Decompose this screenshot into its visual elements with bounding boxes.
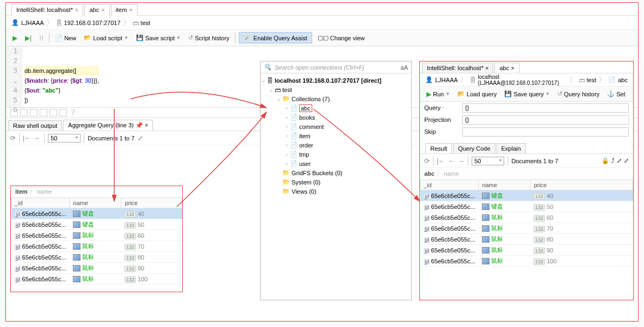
help-icon[interactable]: ❔ bbox=[69, 109, 77, 116]
close-icon[interactable]: × bbox=[145, 122, 148, 128]
tree-db[interactable]: test bbox=[282, 87, 292, 93]
tree-item-abc[interactable]: abc bbox=[299, 104, 312, 112]
twisty-icon[interactable]: › bbox=[283, 143, 290, 148]
bc-user[interactable]: LJHAAA bbox=[21, 20, 44, 26]
refresh-icon[interactable]: ⟳ bbox=[10, 134, 16, 142]
export-icon[interactable]: ⤴ bbox=[611, 157, 615, 164]
enable-query-assist-button[interactable]: 🪄Enable Query Assist bbox=[239, 32, 312, 44]
lock-icon[interactable]: 🔒 bbox=[602, 157, 609, 164]
bc-coll[interactable]: abc bbox=[618, 77, 628, 83]
tab-item[interactable]: item× bbox=[111, 4, 138, 16]
tree-item[interactable]: books bbox=[299, 114, 315, 121]
first-icon[interactable]: |← bbox=[23, 134, 31, 142]
tree-system[interactable]: System (0) bbox=[292, 179, 320, 186]
col-price[interactable]: price bbox=[530, 180, 633, 190]
twisty-icon[interactable]: › bbox=[283, 124, 290, 129]
set-button[interactable]: ⚓Set bbox=[605, 89, 628, 99]
projection-input[interactable]: {} bbox=[462, 115, 629, 125]
query-history-button[interactable]: ↺Query history bbox=[555, 89, 602, 99]
prev-icon[interactable]: ← bbox=[448, 157, 455, 165]
twisty-icon[interactable]: ⌄ bbox=[268, 87, 275, 92]
tree-collections[interactable]: Collections (7) bbox=[292, 96, 330, 102]
bc-user[interactable]: LJHAAA bbox=[435, 77, 458, 83]
close-icon[interactable]: × bbox=[129, 7, 132, 13]
twisty-icon[interactable]: ⌄ bbox=[276, 96, 282, 102]
page-size-select[interactable]: 50▾ bbox=[48, 134, 81, 143]
twisty-icon[interactable]: › bbox=[283, 115, 290, 120]
load-query-button[interactable]: 📂Load query bbox=[455, 89, 499, 99]
table-row[interactable]: i̲d65e6cb5e055c...鼠标132100 bbox=[420, 256, 633, 267]
tree-search[interactable]: 🔍 Search open connections (Ctrl+F) aA bbox=[261, 61, 411, 73]
twisty-icon[interactable]: › bbox=[283, 152, 290, 157]
run-button[interactable]: ▶ bbox=[10, 33, 20, 44]
expand-icon[interactable]: ⤢ bbox=[617, 157, 622, 164]
table-row[interactable]: i̲d65e6cb5e055c...鼠标13270 bbox=[420, 223, 633, 234]
load-script-button[interactable]: 📂Load script▼ bbox=[82, 33, 131, 43]
bc-db[interactable]: test bbox=[141, 20, 151, 26]
col-name[interactable]: name bbox=[70, 198, 121, 208]
bc-host[interactable]: localhost (LJHAAA@192.168.0.107:27017) bbox=[478, 74, 567, 86]
tree-item[interactable]: user bbox=[299, 161, 311, 167]
table-row[interactable]: i̲d65e6cb5e055c...键盘13240 bbox=[420, 190, 633, 201]
first-icon[interactable]: |← bbox=[437, 157, 445, 165]
rp-tab-intellishell[interactable]: IntelliShell: localhost* × bbox=[422, 63, 493, 73]
col-id[interactable]: _id bbox=[420, 180, 479, 190]
tab-aggregate-query[interactable]: Aggregate Query (line 3) 📌 × bbox=[63, 120, 153, 131]
tab-abc[interactable]: abc× bbox=[84, 4, 109, 16]
rtab-result[interactable]: Result bbox=[425, 143, 452, 153]
skip-input[interactable] bbox=[462, 127, 629, 137]
table-row[interactable]: i̲d65e6cb5e055c...鼠标13280 bbox=[420, 234, 633, 245]
expand-icon[interactable]: ⤢ bbox=[138, 134, 143, 142]
table-row[interactable]: i̲d65e6cb5e055c...鼠标13260 bbox=[11, 230, 182, 241]
tree-item[interactable]: order bbox=[299, 142, 313, 149]
save-query-button[interactable]: 💾Save query▼ bbox=[502, 89, 552, 99]
close-icon[interactable]: × bbox=[75, 7, 78, 13]
run-step-button[interactable]: ▶| bbox=[23, 33, 34, 44]
page-size-select[interactable]: 50▾ bbox=[472, 157, 504, 165]
tab-intellishell[interactable]: IntelliShell: localhost*× bbox=[11, 4, 83, 16]
table-row[interactable]: i̲d65e6cb5e055c...键盘13250 bbox=[420, 201, 633, 212]
twisty-icon[interactable]: ⌄ bbox=[261, 78, 267, 83]
tree-item[interactable]: comment bbox=[299, 124, 324, 130]
new-button[interactable]: 📄New bbox=[53, 33, 78, 43]
table-row[interactable]: i̲d65e6cb5e055c...键盘13250 bbox=[11, 219, 182, 230]
tree-item[interactable]: item bbox=[299, 133, 311, 139]
table-row[interactable]: i̲d65e6cb5e055c...鼠标13290 bbox=[11, 263, 182, 274]
tree-item[interactable]: tmp bbox=[299, 151, 309, 158]
tab-raw-output[interactable]: Raw shell output bbox=[8, 120, 62, 131]
code-line: db.item.aggregate([ bbox=[24, 67, 76, 74]
twisty-icon[interactable]: › bbox=[283, 133, 290, 139]
table-row[interactable]: i̲d65e6cb5e055c...鼠标13280 bbox=[11, 252, 182, 263]
twisty-icon[interactable]: › bbox=[283, 106, 290, 111]
refresh-icon[interactable]: ⟳ bbox=[424, 157, 430, 165]
next-icon[interactable]: → bbox=[458, 157, 465, 165]
rtab-querycode[interactable]: Query Code bbox=[453, 143, 495, 153]
run-all-button[interactable]: ⟩⟩ bbox=[37, 33, 46, 43]
bc-host[interactable]: 192.168.0.107:27017 bbox=[64, 20, 121, 26]
twisty-icon[interactable]: › bbox=[283, 161, 290, 166]
breadcrumb: 👤 LJHAAA 〉 🗄 192.168.0.107:27017 〉 🗃 tes… bbox=[6, 16, 638, 30]
save-script-button[interactable]: 💾Save script▼ bbox=[134, 33, 183, 43]
pin-icon[interactable]: 📌 bbox=[135, 122, 143, 128]
rtab-explain[interactable]: Explain bbox=[497, 143, 526, 153]
tree-views[interactable]: Views (0) bbox=[292, 188, 317, 195]
table-row[interactable]: i̲d65e6cb5e055c...鼠标13270 bbox=[11, 241, 182, 252]
change-view-button[interactable]: ▢▢Change view bbox=[315, 33, 367, 43]
rp-tab-abc[interactable]: abc × bbox=[494, 63, 519, 73]
col-price[interactable]: price bbox=[121, 198, 182, 208]
tree-gridfs[interactable]: GridFS Buckets (0) bbox=[292, 170, 343, 176]
col-id[interactable]: _id bbox=[11, 198, 70, 208]
tree-root[interactable]: localhost 192.168.0.107:27017 [direct] bbox=[275, 77, 381, 84]
query-input[interactable]: {} bbox=[462, 103, 629, 113]
table-row[interactable]: i̲d65e6cb5e055c...鼠标13290 bbox=[420, 245, 633, 256]
table-row[interactable]: i̲d65e6cb5e055c...鼠标132100 bbox=[11, 274, 182, 285]
more-icon[interactable]: ⤢ bbox=[624, 157, 629, 164]
run-button[interactable]: ▶Run▼ bbox=[424, 89, 452, 100]
script-history-button[interactable]: ↺Script history bbox=[186, 33, 232, 43]
close-icon[interactable]: × bbox=[101, 7, 104, 13]
prev-icon[interactable]: ← bbox=[34, 134, 41, 142]
col-name[interactable]: name bbox=[479, 180, 530, 190]
table-row[interactable]: i̲d65e6cb5e055c...鼠标13260 bbox=[420, 212, 633, 223]
bc-db[interactable]: test bbox=[587, 77, 597, 83]
table-row[interactable]: i̲d65e6cb5e055c...键盘13240 bbox=[11, 208, 182, 219]
